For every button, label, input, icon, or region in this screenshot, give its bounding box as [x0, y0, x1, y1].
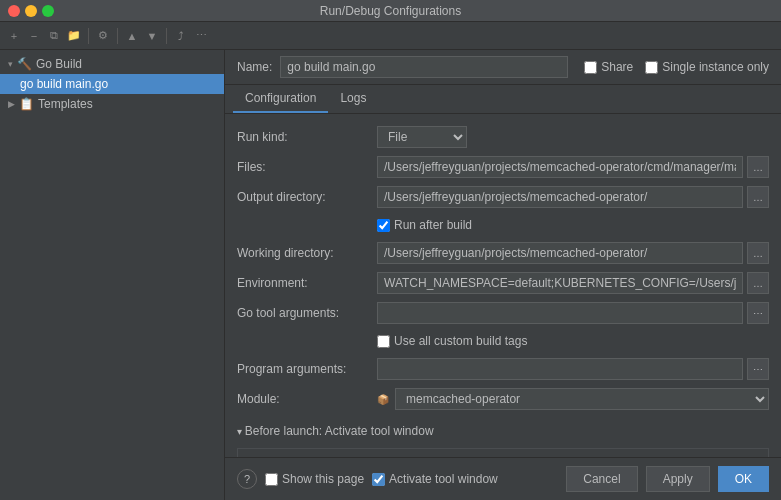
- tab-logs[interactable]: Logs: [328, 85, 378, 113]
- bottom-right: Cancel Apply OK: [566, 466, 769, 492]
- run-kind-select[interactable]: File Package Directory: [377, 126, 467, 148]
- before-launch-section: Before launch: Activate tool window: [237, 420, 769, 442]
- activate-tool-window-checkbox[interactable]: [372, 473, 385, 486]
- single-instance-text: Single instance only: [662, 60, 769, 74]
- sidebar-item-go-build-main[interactable]: go build main.go: [0, 74, 224, 94]
- run-after-build-checkbox[interactable]: [377, 219, 390, 232]
- traffic-lights: [8, 5, 54, 17]
- working-directory-input[interactable]: [377, 242, 743, 264]
- templates-icon: 📋: [19, 97, 34, 111]
- name-label: Name:: [237, 60, 272, 74]
- show-this-page-label[interactable]: Show this page: [265, 472, 364, 486]
- module-select[interactable]: memcached-operator: [395, 388, 769, 410]
- activate-tool-window-text: Activate tool window: [389, 472, 498, 486]
- help-button[interactable]: ?: [237, 469, 257, 489]
- files-input[interactable]: [377, 156, 743, 178]
- environment-control: …: [377, 272, 769, 294]
- go-build-main-label: go build main.go: [20, 77, 108, 91]
- run-kind-control: File Package Directory: [377, 126, 769, 148]
- add-icon[interactable]: +: [6, 28, 22, 44]
- ok-button[interactable]: OK: [718, 466, 769, 492]
- folder-icon[interactable]: 📁: [66, 28, 82, 44]
- output-directory-browse-btn[interactable]: …: [747, 186, 769, 208]
- tab-configuration[interactable]: Configuration: [233, 85, 328, 113]
- cancel-button[interactable]: Cancel: [566, 466, 637, 492]
- program-arguments-row: Program arguments: ⋯: [225, 354, 781, 384]
- single-instance-label[interactable]: Single instance only: [645, 60, 769, 74]
- run-after-build-text: Run after build: [394, 218, 472, 232]
- files-label: Files:: [237, 160, 377, 174]
- module-row: Module: 📦 memcached-operator: [225, 384, 781, 414]
- program-arguments-expand-btn[interactable]: ⋯: [747, 358, 769, 380]
- show-this-page-checkbox[interactable]: [265, 473, 278, 486]
- program-arguments-label: Program arguments:: [237, 362, 377, 376]
- minimize-button[interactable]: [25, 5, 37, 17]
- single-instance-checkbox[interactable]: [645, 61, 658, 74]
- title-bar: Run/Debug Configurations: [0, 0, 781, 22]
- toolbar-separator: [88, 28, 89, 44]
- apply-button[interactable]: Apply: [646, 466, 710, 492]
- run-kind-row: Run kind: File Package Directory: [225, 122, 781, 152]
- files-row: Files: …: [225, 152, 781, 182]
- use-all-custom-label[interactable]: Use all custom build tags: [377, 334, 527, 348]
- environment-browse-btn[interactable]: …: [747, 272, 769, 294]
- go-build-label: Go Build: [36, 57, 82, 71]
- settings-icon[interactable]: ⚙: [95, 28, 111, 44]
- sidebar: ▾ 🔨 Go Build go build main.go ▶ 📋 Templa…: [0, 50, 225, 500]
- bottom-left: ? Show this page Activate tool window: [237, 469, 498, 489]
- module-control: 📦 memcached-operator: [377, 388, 769, 410]
- share-checkbox[interactable]: [584, 61, 597, 74]
- module-label: Module:: [237, 392, 377, 406]
- program-arguments-control: ⋯: [377, 358, 769, 380]
- working-directory-label: Working directory:: [237, 246, 377, 260]
- dialog-title: Run/Debug Configurations: [320, 4, 461, 18]
- toolbar: + − ⧉ 📁 ⚙ ▲ ▼ ⤴ ⋯: [0, 22, 781, 50]
- run-after-build-row: Run after build: [225, 212, 781, 238]
- environment-input[interactable]: [377, 272, 743, 294]
- program-arguments-input[interactable]: [377, 358, 743, 380]
- tabs: Configuration Logs: [225, 85, 781, 114]
- output-directory-input[interactable]: [377, 186, 743, 208]
- maximize-button[interactable]: [42, 5, 54, 17]
- more-icon[interactable]: ⋯: [193, 28, 209, 44]
- use-all-custom-control: Use all custom build tags: [377, 334, 769, 348]
- module-icon: 📦: [377, 394, 389, 405]
- output-directory-control: …: [377, 186, 769, 208]
- show-this-page-text: Show this page: [282, 472, 364, 486]
- bottom-bar: ? Show this page Activate tool window Ca…: [225, 457, 781, 500]
- files-control: …: [377, 156, 769, 178]
- activate-tool-window-label[interactable]: Activate tool window: [372, 472, 498, 486]
- move-down-icon[interactable]: ▼: [144, 28, 160, 44]
- sidebar-item-go-build[interactable]: ▾ 🔨 Go Build: [0, 54, 224, 74]
- content-area: ▾ 🔨 Go Build go build main.go ▶ 📋 Templa…: [0, 50, 781, 500]
- working-directory-control: …: [377, 242, 769, 264]
- main-container: + − ⧉ 📁 ⚙ ▲ ▼ ⤴ ⋯ ▾ 🔨 Go Build go build …: [0, 22, 781, 500]
- go-build-icon: 🔨: [17, 57, 32, 71]
- sidebar-item-templates[interactable]: ▶ 📋 Templates: [0, 94, 224, 114]
- remove-icon[interactable]: −: [26, 28, 42, 44]
- before-launch-area: There are no tasks to run before launch: [237, 448, 769, 457]
- output-directory-label: Output directory:: [237, 190, 377, 204]
- go-tool-arguments-expand-btn[interactable]: ⋯: [747, 302, 769, 324]
- environment-label: Environment:: [237, 276, 377, 290]
- working-directory-row: Working directory: …: [225, 238, 781, 268]
- run-kind-label: Run kind:: [237, 130, 377, 144]
- share-label: Share: [601, 60, 633, 74]
- move-up-icon[interactable]: ▲: [124, 28, 140, 44]
- files-browse-btn[interactable]: …: [747, 156, 769, 178]
- share-icon[interactable]: ⤴: [173, 28, 189, 44]
- environment-row: Environment: …: [225, 268, 781, 298]
- working-directory-browse-btn[interactable]: …: [747, 242, 769, 264]
- run-after-build-control: Run after build: [377, 218, 769, 232]
- share-checkbox-label[interactable]: Share: [584, 60, 633, 74]
- close-button[interactable]: [8, 5, 20, 17]
- go-tool-arguments-input[interactable]: [377, 302, 743, 324]
- use-all-custom-text: Use all custom build tags: [394, 334, 527, 348]
- use-all-custom-checkbox[interactable]: [377, 335, 390, 348]
- output-directory-row: Output directory: …: [225, 182, 781, 212]
- name-input[interactable]: [280, 56, 568, 78]
- copy-icon[interactable]: ⧉: [46, 28, 62, 44]
- use-all-custom-row: Use all custom build tags: [225, 328, 781, 354]
- run-after-build-label[interactable]: Run after build: [377, 218, 472, 232]
- templates-arrow: ▶: [8, 99, 15, 109]
